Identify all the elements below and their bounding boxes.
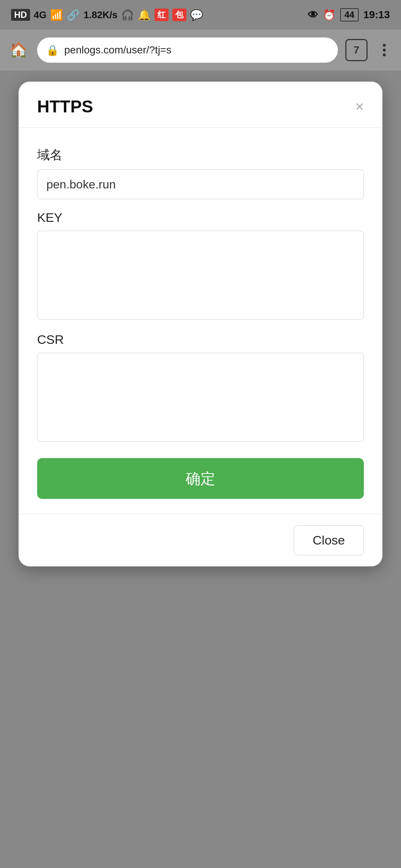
url-text: penlogs.com/user/?tj=s <box>64 44 329 56</box>
confirm-button[interactable]: 确定 <box>37 458 364 499</box>
key-label: KEY <box>37 210 364 225</box>
menu-button[interactable] <box>375 44 394 56</box>
page-background: HTTPS × 域名 KEY CSR 确定 <box>0 70 401 868</box>
modal-header: HTTPS × <box>19 82 382 128</box>
chat-icon: 💬 <box>190 9 203 21</box>
home-button[interactable]: 🏠 <box>7 39 30 61</box>
https-modal: HTTPS × 域名 KEY CSR 确定 <box>19 82 382 566</box>
battery-icon: 44 <box>340 8 359 22</box>
audio-icon: 🎧 <box>121 9 134 21</box>
speed-text: 1.82K/s <box>84 9 117 21</box>
alarm-icon: ⏰ <box>323 9 336 21</box>
domain-field-group: 域名 <box>37 147 364 210</box>
bell-icon: 🔔 <box>138 9 151 21</box>
modal-body: 域名 KEY CSR 确定 <box>19 139 382 514</box>
eye-icon: 👁 <box>308 9 318 21</box>
csr-textarea[interactable] <box>37 353 364 442</box>
domain-input[interactable] <box>37 170 364 199</box>
key-field-group: KEY <box>37 210 364 332</box>
signal-icon: 📶 <box>50 9 63 21</box>
browser-chrome: 🏠 🔒 penlogs.com/user/?tj=s 7 <box>0 30 401 70</box>
close-button[interactable]: Close <box>294 525 364 555</box>
wifi-icon: 🔗 <box>67 9 80 21</box>
modal-footer: Close <box>19 514 382 566</box>
modal-title: HTTPS <box>37 96 93 116</box>
tab-count[interactable]: 7 <box>345 39 368 61</box>
time-display: 19:13 <box>363 9 390 21</box>
status-bar-right: 👁 ⏰ 44 19:13 <box>308 8 390 22</box>
csr-label: CSR <box>37 332 364 347</box>
status-bar-left: HD 4G 📶 🔗 1.82K/s 🎧 🔔 红 包 💬 <box>11 9 203 21</box>
status-bar: HD 4G 📶 🔗 1.82K/s 🎧 🔔 红 包 💬 👁 ⏰ 44 19:13 <box>0 0 401 30</box>
csr-field-group: CSR <box>37 332 364 454</box>
modal-header-divider <box>19 128 382 128</box>
network-icon: 4G <box>34 9 47 21</box>
domain-label: 域名 <box>37 147 364 164</box>
lock-icon: 🔒 <box>46 44 59 56</box>
modal-close-x-button[interactable]: × <box>355 99 364 114</box>
app-icon-1: 红 <box>154 9 169 21</box>
url-bar[interactable]: 🔒 penlogs.com/user/?tj=s <box>37 37 338 63</box>
hd-badge: HD <box>11 9 30 21</box>
key-textarea[interactable] <box>37 231 364 320</box>
app-icon-2: 包 <box>172 9 186 21</box>
